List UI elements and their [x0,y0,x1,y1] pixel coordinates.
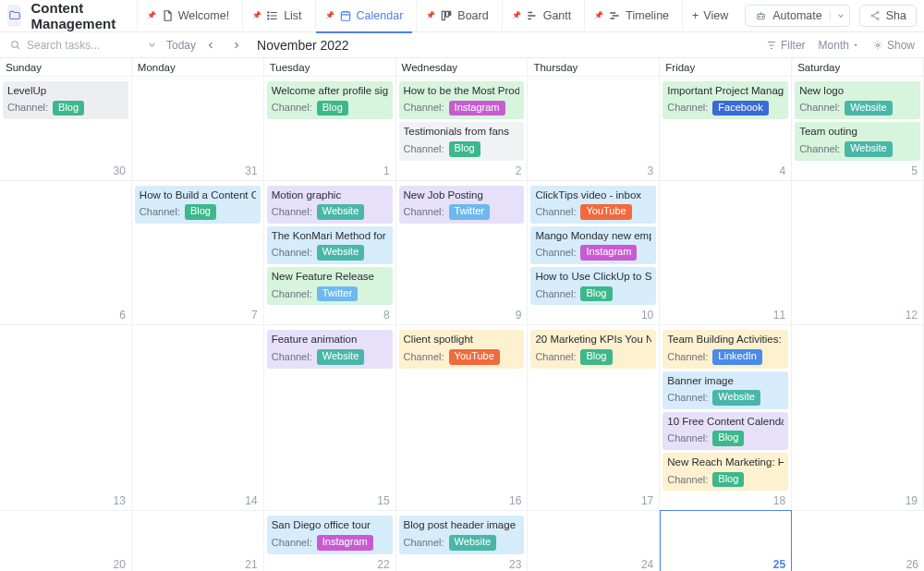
calendar-cell[interactable]: 3 [528,76,660,180]
tab-welcome[interactable]: 📌Welcome! [137,0,238,32]
calendar-event[interactable]: Team outingChannel:Website [795,122,920,160]
calendar-cell[interactable]: New logoChannel:WebsiteTeam outingChanne… [792,76,924,180]
calendar-event[interactable]: LevelUpChannel:Blog [3,81,128,119]
calendar-cell[interactable]: Client spotlightChannel:YouTube16 [396,324,529,510]
channel-chip: YouTube [580,204,631,220]
calendar-event[interactable]: How to Use ClickUp to SucceedChannel:Blo… [530,267,656,305]
calendar-cell[interactable]: 20 Marketing KPIs You Need toChannel:Blo… [528,324,660,510]
day-number: 10 [641,309,653,322]
calendar-cell[interactable]: ClickTips video - inboxChannel:YouTubeMa… [528,180,660,325]
channel-label: Channel: [404,350,444,364]
calendar-cell[interactable]: Team Building Activities: 25 ExChannel:L… [660,324,792,510]
calendar-event[interactable]: Team Building Activities: 25 ExChannel:L… [663,330,788,368]
share-button[interactable]: Sha [859,5,917,27]
search-input[interactable] [27,39,128,52]
chevron-down-icon[interactable] [147,40,157,50]
tab-timeline[interactable]: 📌Timeline [584,0,678,32]
calendar-cell[interactable]: 6 [0,180,132,325]
tab-list[interactable]: 📌List [242,0,310,32]
calendar-cell[interactable]: 14 [132,324,264,510]
day-header: Monday [132,58,264,76]
calendar-cell[interactable]: 19 [792,324,924,510]
event-title: New Feature Release [272,270,388,285]
day-number: 25 [773,558,785,571]
calendar-grid: SundayMondayTuesdayWednesdayThursdayFrid… [0,58,924,571]
calendar-cell[interactable]: 24 [528,510,660,571]
calendar-cell[interactable]: 21 [132,510,264,571]
svg-rect-6 [450,11,451,15]
tab-label: List [284,9,301,22]
search-icon [9,39,21,51]
calendar-cell[interactable]: Welcome after profile sign-upChannel:Blo… [264,76,396,180]
calendar-event[interactable]: New Reach Marketing: How CliChannel:Blog [663,453,788,491]
channel-label: Channel: [535,350,576,364]
calendar-event[interactable]: 20 Marketing KPIs You Need toChannel:Blo… [530,330,656,368]
calendar-cell[interactable]: 12 [792,180,924,325]
calendar-cell[interactable]: 25 [660,510,792,571]
range-select[interactable]: Month [819,39,859,52]
show-button[interactable]: Show [872,39,915,52]
calendar-cell[interactable]: 26 [792,510,924,571]
today-button[interactable]: Today [166,39,196,52]
calendar-cell[interactable]: 31 [132,76,264,180]
channel-label: Channel: [272,536,312,550]
tab-calendar[interactable]: 📌Calendar [315,0,413,32]
channel-chip: Website [712,390,760,406]
calendar-event[interactable]: Mango Monday new employeeChannel:Instagr… [530,226,656,264]
channel-chip: Website [317,245,365,261]
tab-label: Welcome! [178,9,229,22]
calendar-event[interactable]: How to Build a Content CreationChannel:B… [135,186,261,224]
calendar-event[interactable]: Banner imageChannel:Website [663,371,788,409]
day-header: Wednesday [396,58,529,76]
calendar-event[interactable]: Welcome after profile sign-upChannel:Blo… [267,81,393,119]
calendar-event[interactable]: Testimonials from fansChannel:Blog [399,122,525,160]
calendar-event[interactable]: Motion graphicChannel:Website [267,186,393,224]
calendar-event[interactable]: New Feature ReleaseChannel:Twitter [267,267,393,305]
calendar-cell[interactable]: LevelUpChannel:Blog30 [0,76,132,180]
svg-point-8 [760,16,760,17]
calendar-cell[interactable]: Blog post header imageChannel:Website23 [396,510,529,571]
day-number: 26 [906,558,918,571]
show-label: Show [887,39,915,52]
calendar-event[interactable]: 10 Free Content Calendar TempChannel:Blo… [663,412,788,450]
calendar-event[interactable]: Important Project ManagementChannel:Face… [663,81,788,119]
calendar-event[interactable]: Feature animationChannel:Website [267,330,393,368]
next-month-button[interactable] [231,40,248,51]
calendar-event[interactable]: ClickTips video - inboxChannel:YouTube [530,186,656,224]
calendar-cell[interactable]: 20 [0,510,132,571]
calendar-event[interactable]: The KonMari Method for ProjectChannel:We… [267,226,393,264]
day-number: 13 [113,494,125,507]
tab-board[interactable]: 📌Board [416,0,497,32]
calendar-cell[interactable]: 11 [660,180,792,325]
day-number: 14 [245,494,257,507]
calendar-cell[interactable]: Feature animationChannel:Website15 [264,324,396,510]
pin-icon: 📌 [325,11,334,19]
calendar-cell[interactable]: 13 [0,324,132,510]
calendar-cell[interactable]: Motion graphicChannel:WebsiteThe KonMari… [264,180,396,325]
filter-button[interactable]: Filter [766,39,806,52]
event-title: 10 Free Content Calendar Temp [667,415,784,430]
calendar-cell[interactable]: Important Project ManagementChannel:Face… [660,76,792,180]
calendar-cell[interactable]: San Diego office tourChannel:Instagram22 [264,510,396,571]
calendar-cell[interactable]: New Job PostingChannel:Twitter9 [396,180,529,325]
prev-month-button[interactable] [205,40,222,51]
gantt-icon [526,9,539,22]
day-number: 2 [516,164,522,177]
calendar-cell[interactable]: How to be the Most ProductiveChannel:Ins… [396,76,529,180]
svg-rect-3 [341,12,349,20]
calendar-event[interactable]: Client spotlightChannel:YouTube [399,330,525,368]
calendar-event[interactable]: Blog post header imageChannel:Website [399,516,525,553]
add-view-button[interactable]: + View [682,0,737,32]
channel-chip: Blog [580,349,612,365]
calendar-event[interactable]: San Diego office tourChannel:Instagram [267,516,393,553]
channel-label: Channel: [7,101,48,115]
tab-gantt[interactable]: 📌Gantt [502,0,581,32]
automate-button[interactable]: Automate [745,5,850,27]
calendar-event[interactable]: New logoChannel:Website [795,81,920,119]
calendar-event[interactable]: How to be the Most ProductiveChannel:Ins… [399,81,525,119]
folder-icon[interactable] [7,5,21,27]
day-number: 18 [773,494,785,507]
calendar-cell[interactable]: How to Build a Content CreationChannel:B… [132,180,264,325]
calendar-event[interactable]: New Job PostingChannel:Twitter [399,186,525,224]
channel-chip: YouTube [449,349,500,365]
